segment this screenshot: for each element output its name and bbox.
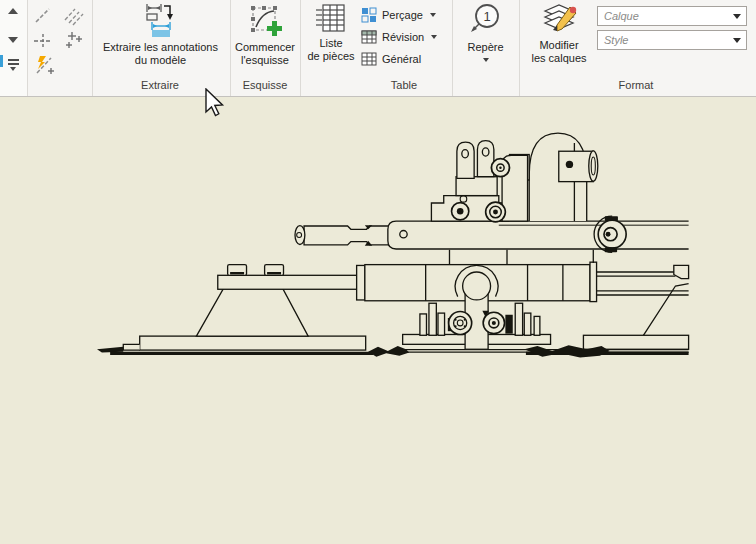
group-label-format: Format	[619, 79, 654, 91]
group-label-table: Table	[391, 79, 417, 91]
group-separator	[452, 0, 453, 96]
ribbon-collapse-icon[interactable]	[8, 59, 19, 71]
extract-annotations-label-2: du modèle	[135, 54, 186, 66]
dropdown-arrow-icon[interactable]	[430, 13, 436, 17]
ribbon: Extraire les annotations du modèle Extra…	[0, 0, 756, 97]
group-separator	[519, 0, 520, 96]
parts-list-button[interactable]: Liste de pièces	[302, 2, 360, 76]
general-table-label: Général	[382, 53, 421, 65]
mouse-cursor	[205, 88, 227, 120]
traverse-bar	[218, 265, 360, 290]
edit-layers-icon	[539, 2, 579, 36]
dropdown-arrow-icon[interactable]	[431, 35, 437, 39]
start-sketch-label-1: Commencer	[235, 41, 295, 53]
drawing-canvas[interactable]	[0, 97, 756, 544]
hole-table-button[interactable]: Perçage	[361, 5, 453, 25]
recoil-cylinder	[357, 262, 689, 301]
centerline-tool-icon[interactable]	[33, 6, 53, 30]
extract-annotations-icon	[144, 2, 178, 38]
edit-layers-button[interactable]: Modifier les calques	[521, 2, 597, 76]
scroll-down-icon[interactable]	[8, 37, 18, 43]
automated-centerlines-tool-icon[interactable]	[33, 53, 57, 81]
general-table-icon	[361, 51, 377, 67]
balloon-icon: 1	[468, 2, 504, 38]
hole-table-icon	[361, 7, 377, 23]
technical-drawing	[0, 97, 756, 544]
start-sketch-icon	[247, 2, 283, 38]
balloon-label: Repère	[467, 41, 503, 53]
top-mechanism	[431, 133, 597, 222]
edit-layers-label-1: Modifier	[539, 39, 578, 51]
clipped-panel-icon	[0, 55, 3, 67]
parts-list-icon	[315, 2, 347, 34]
general-table-button[interactable]: Général	[361, 49, 453, 69]
group-label-extraire: Extraire	[141, 79, 179, 91]
parts-list-label-1: Liste	[319, 37, 342, 49]
group-separator	[300, 0, 301, 96]
revision-table-button[interactable]: Révision	[361, 27, 453, 47]
group-separator	[230, 0, 231, 96]
edit-layers-label-2: les calques	[531, 52, 586, 64]
group-separator	[92, 0, 93, 96]
layer-combobox-placeholder: Calque	[598, 10, 733, 22]
extract-model-annotations-button[interactable]: Extraire les annotations du modèle	[94, 2, 227, 76]
group-label-esquisse: Esquisse	[243, 79, 288, 91]
centered-pattern-tool-icon[interactable]	[63, 30, 85, 56]
hole-table-label: Perçage	[382, 9, 423, 21]
parts-list-label-2: de pièces	[307, 50, 354, 62]
ribbon-scroll-strip	[0, 0, 28, 96]
balloon-dropdown-icon[interactable]	[483, 58, 489, 62]
balloon-number: 1	[483, 9, 490, 24]
center-mark-tool-icon[interactable]	[33, 31, 53, 55]
trunnion-beam	[295, 216, 689, 264]
chevron-down-icon[interactable]	[733, 14, 741, 19]
extract-annotations-label-1: Extraire les annotations	[103, 41, 218, 53]
revision-table-icon	[361, 29, 377, 45]
chevron-down-icon[interactable]	[733, 38, 741, 43]
hatch-lines-tool-icon[interactable]	[63, 6, 85, 30]
style-combobox[interactable]: Style	[597, 30, 747, 50]
style-combobox-placeholder: Style	[598, 34, 733, 46]
start-sketch-button[interactable]: Commencer l'esquisse	[232, 2, 298, 76]
start-sketch-label-2: l'esquisse	[241, 54, 289, 66]
scroll-up-icon[interactable]	[8, 8, 18, 14]
revision-table-label: Révision	[382, 31, 424, 43]
layer-combobox[interactable]: Calque	[597, 6, 747, 26]
balloon-button[interactable]: 1 Repère	[454, 2, 517, 76]
